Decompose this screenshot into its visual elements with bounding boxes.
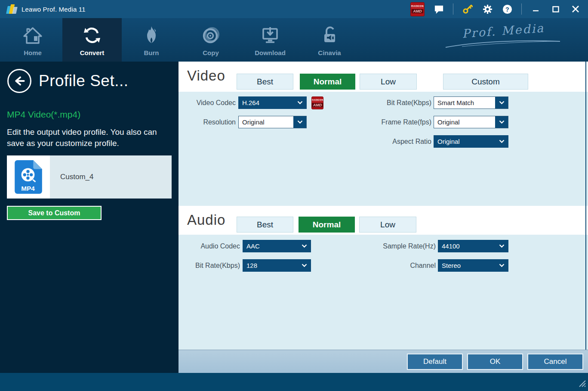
profile-item-custom4[interactable]: MP4 Custom_4: [7, 155, 172, 199]
video-quality-custom-button[interactable]: Custom: [443, 74, 528, 90]
amd-radeon-text: RADEON: [311, 99, 323, 102]
chevron-down-icon: [495, 136, 508, 147]
vertical-divider: [585, 62, 586, 350]
chevron-down-icon: [298, 240, 311, 252]
channel-field: Channel Stereo: [377, 259, 508, 272]
nav-tab-copy[interactable]: Copy: [181, 18, 240, 62]
maximize-button[interactable]: [550, 3, 561, 15]
audio-settings-panel: Audio Codec AAC Bit Rate(Kbps) 128: [179, 235, 588, 350]
video-codec-dropdown[interactable]: H.264: [238, 96, 307, 109]
video-section-header: Video Best Normal Low Custom: [179, 62, 588, 92]
profile-label-box: Custom_4: [50, 155, 172, 199]
minimize-button[interactable]: [530, 3, 542, 15]
amd-text: AMD: [312, 103, 323, 107]
amd-radeon-badge-icon: RADEON AMD: [410, 2, 425, 16]
page-title: Profile Set...: [39, 72, 129, 90]
ok-button[interactable]: OK: [467, 354, 523, 370]
video-codec-label: Video Codec: [182, 99, 236, 107]
audio-quality-low-button[interactable]: Low: [359, 217, 416, 233]
chevron-down-icon: [495, 116, 508, 128]
audio-section-header: Audio Best Normal Low: [179, 206, 588, 235]
nav-label: Copy: [203, 49, 219, 56]
nav-tab-burn[interactable]: Burn: [122, 18, 181, 62]
nav-label: Cinavia: [318, 49, 341, 56]
nav-tab-cinavia[interactable]: Cinavia: [300, 18, 359, 62]
register-key-icon[interactable]: [462, 3, 473, 15]
dropdown-value: Original: [239, 118, 293, 126]
nav-label: Home: [24, 49, 42, 56]
aspect-ratio-field: Aspect Ratio Original: [376, 135, 508, 148]
nav-tab-home[interactable]: Home: [3, 18, 62, 62]
audio-heading: Audio: [187, 212, 225, 228]
titlebar: Leawo Prof. Media 11 RADEON AMD: [0, 0, 588, 18]
titlebar-separator: [521, 3, 522, 15]
audio-bitrate-label: Bit Rate(Kbps): [186, 262, 240, 270]
brand-logo: Prof. Media: [441, 24, 566, 50]
chevron-down-icon: [298, 260, 311, 271]
framerate-label: Frame Rate(fps): [376, 118, 431, 126]
leawo-logo-icon: [6, 3, 17, 15]
help-icon[interactable]: ?: [502, 3, 513, 15]
feedback-chat-icon[interactable]: [433, 3, 444, 15]
chevron-down-icon: [293, 116, 306, 128]
question-mark-glyph: ?: [505, 6, 509, 12]
dropdown-value: Original: [434, 138, 495, 145]
main-navbar: Home Convert: [0, 18, 588, 62]
amd-text: AMD: [412, 9, 423, 13]
back-arrow-icon: [12, 74, 27, 88]
framerate-dropdown[interactable]: Original: [434, 116, 508, 128]
resize-grip[interactable]: [577, 379, 586, 389]
video-bitrate-dropdown[interactable]: Smart Match: [434, 96, 508, 109]
chevron-down-icon: [495, 240, 508, 252]
video-bitrate-field: Bit Rate(Kbps) Smart Match: [376, 96, 508, 109]
dropdown-value: Smart Match: [434, 99, 495, 106]
audio-codec-dropdown[interactable]: AAC: [243, 240, 311, 252]
profile-settings-content: Video Best Normal Low Custom Video Codec…: [179, 62, 588, 373]
copy-disc-icon: [200, 25, 222, 46]
video-codec-field: Video Codec H.264 RADEON AMD: [182, 96, 323, 109]
sample-rate-field: Sample Rate(Hz) 44100: [377, 240, 508, 252]
video-quality-best-button[interactable]: Best: [237, 74, 293, 90]
footer-bar: [0, 373, 588, 391]
chevron-down-icon: [495, 97, 508, 109]
home-icon: [22, 25, 43, 46]
default-button[interactable]: Default: [407, 354, 463, 370]
save-to-custom-button[interactable]: Save to Custom: [7, 206, 102, 220]
action-bar: Default OK Cancel: [179, 350, 588, 373]
audio-quality-normal-button[interactable]: Normal: [299, 217, 355, 233]
video-bitrate-label: Bit Rate(Kbps): [376, 99, 431, 107]
audio-bitrate-dropdown[interactable]: 128: [243, 259, 311, 272]
chevron-down-icon: [495, 260, 508, 271]
nav-tab-convert[interactable]: Convert: [62, 18, 122, 62]
video-quality-low-button[interactable]: Low: [360, 74, 417, 90]
resolution-label: Resolution: [182, 118, 236, 126]
mp4-badge-text: MP4: [21, 185, 35, 192]
cancel-button[interactable]: Cancel: [527, 354, 583, 370]
channel-dropdown[interactable]: Stereo: [438, 259, 508, 272]
resolution-dropdown[interactable]: Original: [238, 116, 307, 128]
video-quality-normal-button[interactable]: Normal: [300, 74, 355, 90]
settings-gear-icon[interactable]: [482, 3, 493, 15]
aspect-ratio-dropdown[interactable]: Original: [434, 135, 508, 148]
nav-tab-download[interactable]: Download: [240, 18, 300, 62]
chevron-down-icon: [293, 97, 306, 109]
download-icon: [259, 25, 281, 46]
video-settings-panel: Video Codec H.264 RADEON AMD Resolution …: [179, 92, 588, 206]
audio-codec-label: Audio Codec: [186, 242, 240, 250]
audio-codec-field: Audio Codec AAC: [186, 240, 311, 252]
sample-rate-label: Sample Rate(Hz): [377, 242, 436, 250]
profile-description: Edit the output video profile. You also …: [7, 127, 167, 149]
video-heading: Video: [187, 68, 225, 84]
sample-rate-dropdown[interactable]: 44100: [438, 240, 508, 252]
back-button[interactable]: [7, 69, 31, 93]
audio-quality-best-button[interactable]: Best: [237, 217, 293, 233]
dropdown-value: AAC: [243, 242, 298, 250]
burn-flame-icon: [142, 25, 161, 46]
close-button[interactable]: [570, 3, 581, 15]
audio-bitrate-field: Bit Rate(Kbps) 128: [186, 259, 311, 272]
resolution-field: Resolution Original: [182, 116, 307, 128]
amd-acceleration-badge-icon: RADEON AMD: [311, 96, 323, 109]
nav-label: Convert: [80, 49, 105, 56]
output-format-name: MP4 Video(*.mp4): [7, 109, 80, 120]
app-title: Leawo Prof. Media 11: [22, 6, 86, 13]
